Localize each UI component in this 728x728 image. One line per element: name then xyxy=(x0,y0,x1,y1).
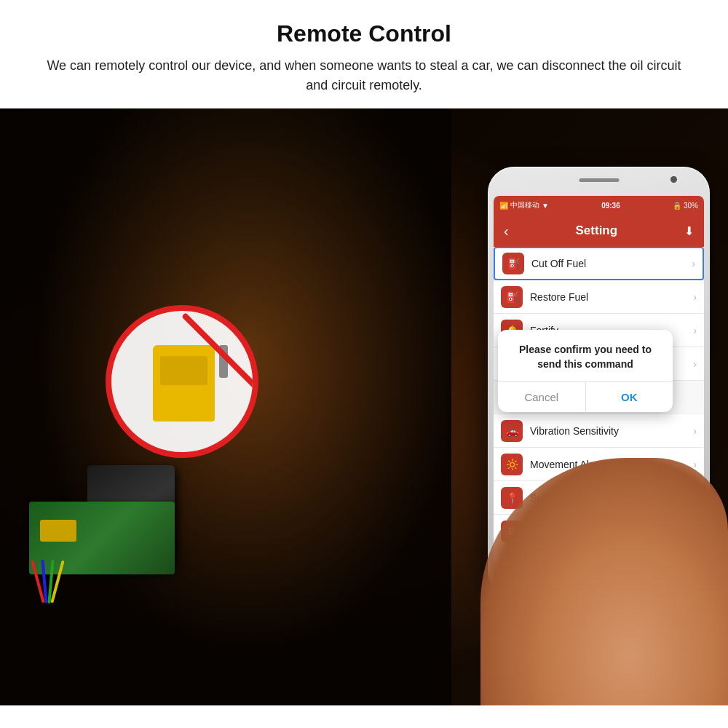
dialog-buttons: Cancel OK xyxy=(498,381,673,412)
dismiss-chevron: › xyxy=(693,358,697,370)
app-header: ‹ Setting ⬇ xyxy=(494,215,704,247)
dialog-container: Please confirm you need to send this com… xyxy=(494,373,704,412)
lock-icon: 🔒 xyxy=(673,202,681,210)
wires xyxy=(36,560,59,604)
restore-fuel-icon: ⛽ xyxy=(506,291,518,303)
cut-off-fuel-chevron: › xyxy=(692,258,695,269)
menu-item-cut-off-fuel[interactable]: ⛽ Cut Off Fuel › xyxy=(494,247,704,280)
page-description: We can remotely control our device, and … xyxy=(44,56,684,95)
header-section: Remote Control We can remotely control o… xyxy=(0,0,728,108)
carrier-name: 中国移动 xyxy=(510,200,539,210)
status-time: 09:36 xyxy=(601,202,620,210)
hardware-device xyxy=(15,436,248,618)
menu-item-vibration-sensitivity[interactable]: 🚗 Vibration Sensitivity › xyxy=(494,414,704,448)
back-button[interactable]: ‹ xyxy=(504,223,509,240)
status-bar: 📶 中国移动 ▼ 09:36 🔒 30% xyxy=(494,196,704,215)
vibration-sensitivity-icon: 🚗 xyxy=(506,425,518,437)
movement-alarm-icon: 🔆 xyxy=(506,459,518,470)
vibration-sensitivity-label: Vibration Sensitivity xyxy=(530,425,693,437)
menu-item-restore-fuel[interactable]: ⛽ Restore Fuel › xyxy=(494,280,704,314)
no-fuel-sign xyxy=(106,305,258,458)
phone-speaker xyxy=(579,178,619,182)
wifi-icon: ▼ xyxy=(542,202,549,210)
status-left: 📶 中国移动 ▼ xyxy=(499,200,549,210)
battery-level: 30% xyxy=(684,202,698,210)
phone-camera xyxy=(670,176,677,183)
speed-alarm-icon: 📍 xyxy=(506,492,518,504)
dialog-area: 🚗 Please confirm you need to send this c… xyxy=(494,381,704,414)
image-section: 📶 中国移动 ▼ 09:36 🔒 30% ‹ Setting ⬇ xyxy=(0,108,728,705)
dialog-message: Please confirm you need to send this com… xyxy=(498,330,673,381)
restore-fuel-icon-box: ⛽ xyxy=(501,286,523,308)
vibration-sensitivity-chevron: › xyxy=(693,425,697,437)
diagonal-line xyxy=(111,311,253,452)
confirm-dialog: Please confirm you need to send this com… xyxy=(498,330,673,412)
movement-alarm-chevron: › xyxy=(693,459,697,470)
restore-fuel-chevron: › xyxy=(693,291,697,303)
page-title: Remote Control xyxy=(44,20,684,47)
dialog-cancel-button[interactable]: Cancel xyxy=(498,382,586,412)
signal-icon: 📶 xyxy=(499,202,508,210)
cut-off-fuel-icon: ⛽ xyxy=(507,258,520,269)
movement-alarm-icon-box: 🔆 xyxy=(501,454,523,475)
download-icon[interactable]: ⬇ xyxy=(684,224,694,238)
app-header-title: Setting xyxy=(576,223,618,238)
dialog-ok-button[interactable]: OK xyxy=(586,382,673,412)
cut-off-fuel-label: Cut Off Fuel xyxy=(531,258,692,269)
cut-off-fuel-icon-box: ⛽ xyxy=(502,253,524,274)
fortify-chevron: › xyxy=(693,325,697,336)
restore-fuel-label: Restore Fuel xyxy=(530,291,693,303)
vibration-sensitivity-icon-box: 🚗 xyxy=(501,420,523,442)
status-right: 🔒 30% xyxy=(673,202,698,210)
